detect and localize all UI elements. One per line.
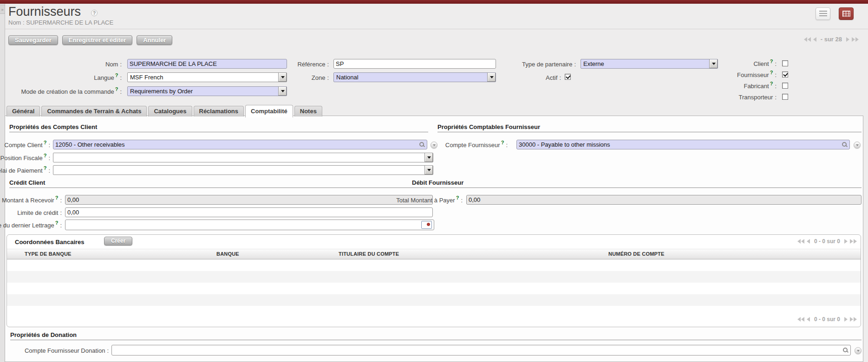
- pager-first-icon[interactable]: [804, 37, 811, 42]
- actif-label: Actif:: [520, 74, 561, 81]
- compte-donation-field[interactable]: [111, 345, 851, 356]
- record-summary: Nom : SUPERMARCHE DE LA PLACE: [8, 19, 113, 26]
- tab-comptabilite[interactable]: Comptabilité: [245, 105, 293, 117]
- transporteur-checkbox[interactable]: [782, 94, 788, 100]
- search-icon[interactable]: [419, 142, 425, 148]
- form-grid-icon: [842, 11, 850, 17]
- delai-paiement-label: Délai de Paiement?:: [0, 167, 50, 174]
- pager-first-icon[interactable]: [797, 317, 804, 322]
- total-payer-field: [466, 195, 861, 205]
- bank-table-header: [7, 249, 861, 259]
- position-fiscale-select[interactable]: [53, 153, 433, 162]
- column-type-de-banque[interactable]: TYPE DE BANQUE: [25, 251, 72, 257]
- section-donation: Propriétés de Donation: [10, 331, 77, 338]
- page-title: Fournisseurs: [8, 5, 81, 19]
- date-lettrage-input[interactable]: [67, 221, 421, 228]
- pager-prev-icon[interactable]: [807, 317, 810, 322]
- fournisseur-checkbox[interactable]: [782, 71, 788, 78]
- search-icon[interactable]: [842, 142, 848, 148]
- chevron-down-icon[interactable]: [709, 59, 718, 68]
- position-fiscale-label: Position Fiscale?:: [0, 155, 50, 162]
- pager-first-icon[interactable]: [797, 239, 804, 244]
- form-view-button[interactable]: [839, 7, 854, 20]
- section-comptables-fournisseur: Propriétés Comptables Fournisseur: [437, 123, 540, 130]
- pager-last-icon[interactable]: [852, 37, 859, 42]
- pager-next-icon[interactable]: [844, 317, 848, 322]
- sidebar-expand-icon[interactable]: »: [0, 5, 5, 14]
- column-titulaire-du-compte[interactable]: TITULAIRE DU COMPTE: [339, 251, 399, 257]
- title-help-icon[interactable]: ?: [91, 10, 98, 16]
- compte-client-field[interactable]: [53, 140, 427, 149]
- pager-prev-icon[interactable]: [807, 239, 810, 244]
- langue-label: Langue?:: [65, 74, 122, 81]
- fabricant-checkbox[interactable]: [782, 83, 788, 89]
- limite-credit-label: Limite de crédit:: [0, 209, 62, 216]
- chevron-down-icon[interactable]: [424, 166, 433, 175]
- section-divider: [10, 340, 861, 340]
- compte-donation-label: Compte Fournisseur Donation:: [14, 347, 109, 354]
- save-button[interactable]: Sauvegarder: [8, 35, 58, 45]
- calendar-icon[interactable]: [421, 221, 432, 229]
- save-and-edit-button[interactable]: Enregistrer et éditer: [62, 35, 133, 45]
- type-partenaire-select[interactable]: Externe: [581, 59, 718, 69]
- list-view-button[interactable]: [816, 7, 830, 20]
- help-mark: ?: [115, 86, 118, 92]
- tab-general[interactable]: Général: [7, 106, 40, 116]
- help-mark: ?: [770, 70, 773, 75]
- mode-creation-select[interactable]: Requirements by Order: [127, 86, 287, 96]
- help-mark: ?: [115, 72, 118, 78]
- zone-select[interactable]: National: [333, 72, 496, 82]
- create-bank-button[interactable]: Créer: [104, 237, 132, 246]
- pager-next-icon[interactable]: [844, 239, 848, 244]
- compte-fournisseur-open-icon[interactable]: [854, 142, 861, 149]
- chevron-down-icon[interactable]: [278, 87, 287, 96]
- reference-field[interactable]: [333, 59, 496, 69]
- search-icon[interactable]: [842, 347, 848, 353]
- chevron-down-icon[interactable]: [487, 73, 496, 82]
- zone-label: Zone:: [283, 74, 329, 81]
- section-divider: [9, 132, 428, 132]
- limite-credit-field[interactable]: [65, 207, 433, 217]
- tab-commandes[interactable]: Commandes de Terrain & Achats: [41, 106, 147, 116]
- tab-catalogues[interactable]: Catalogues: [148, 106, 192, 116]
- langue-select[interactable]: MSF French: [127, 72, 287, 82]
- pager-last-icon[interactable]: [850, 317, 857, 322]
- client-checkbox[interactable]: [782, 60, 788, 66]
- pager-prev-icon[interactable]: [813, 37, 816, 42]
- total-recevoir-label: Total Montant à Recevoir?:: [0, 197, 62, 204]
- pager-text: 0 - 0 sur 0: [814, 316, 840, 323]
- help-mark: ?: [55, 195, 59, 200]
- fournisseur-label: Fournisseur?:: [711, 71, 777, 78]
- compte-donation-input[interactable]: [114, 347, 841, 354]
- reference-label: Référence:: [260, 61, 329, 68]
- section-divider: [412, 187, 861, 188]
- tab-reclamations[interactable]: Réclamations: [194, 106, 244, 116]
- total-payer-label: Total Montant à Payer?:: [367, 197, 463, 204]
- column-banque[interactable]: BANQUE: [216, 251, 239, 257]
- compte-fournisseur-field[interactable]: [516, 140, 850, 149]
- record-pager: - sur 28: [804, 36, 859, 43]
- section-divider: [9, 187, 428, 188]
- column-numero-de-compte[interactable]: NUMÉRO DE COMPTE: [608, 251, 665, 257]
- compte-donation-open-icon[interactable]: [855, 347, 861, 354]
- section-debit-fournisseur: Débit Fournisseur: [412, 179, 463, 186]
- tab-notes[interactable]: Notes: [294, 106, 322, 116]
- reference-input[interactable]: [336, 60, 494, 67]
- date-lettrage-label: Date du dernier Lettrage?:: [0, 222, 62, 229]
- pager-next-icon[interactable]: [846, 37, 849, 42]
- compte-fournisseur-input[interactable]: [519, 141, 840, 148]
- pager-text: - sur 28: [821, 36, 842, 43]
- delai-paiement-select[interactable]: [53, 165, 433, 175]
- chevron-down-icon[interactable]: [424, 153, 433, 162]
- limite-credit-input[interactable]: [67, 209, 431, 216]
- date-lettrage-field[interactable]: [65, 220, 434, 230]
- pager-last-icon[interactable]: [850, 239, 857, 244]
- compte-client-input[interactable]: [55, 141, 417, 148]
- mode-creation-label: Mode de création de la commande?:: [0, 88, 122, 95]
- help-mark: ?: [44, 140, 47, 145]
- nom-label: Nom:: [65, 61, 122, 68]
- actif-checkbox[interactable]: [565, 74, 571, 80]
- client-label: Client?:: [724, 60, 777, 67]
- cancel-button[interactable]: Annuler: [137, 35, 172, 45]
- bank-details-title: Coordonnées Bancaires: [15, 239, 85, 246]
